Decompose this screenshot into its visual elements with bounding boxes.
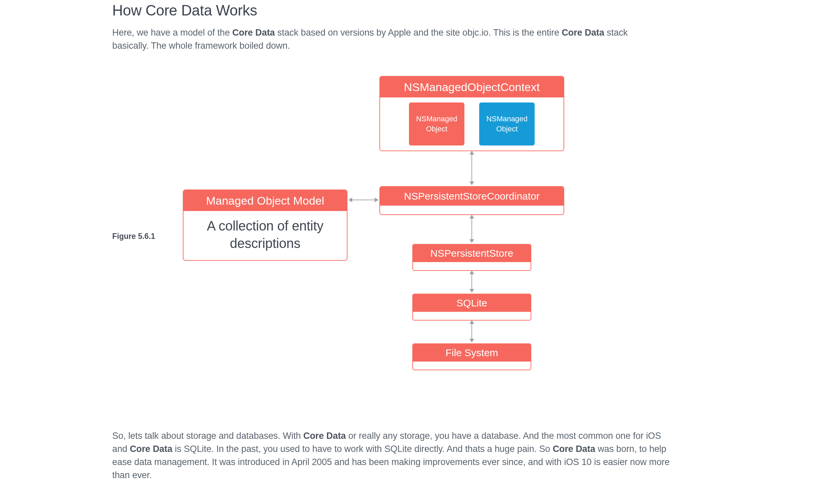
bold: Core Data — [130, 444, 172, 454]
box-header: NSPersistentStoreCoordinator — [380, 187, 564, 206]
text: descriptions — [230, 236, 300, 251]
box-body — [413, 362, 531, 370]
text: Here, we have a model of the — [112, 28, 232, 38]
box-coordinator: NSPersistentStoreCoordinator — [379, 186, 564, 215]
box-body: A collection of entity descriptions — [183, 211, 347, 260]
box-header: NSManagedObjectContext — [380, 77, 564, 97]
box-body: NSManaged Object NSManaged Object — [380, 97, 564, 151]
figure-label: Figure 5.6.1 — [112, 232, 155, 241]
core-data-stack-diagram: Figure 5.6.1 NSManagedObjectContext NSMa… — [112, 64, 684, 425]
outro-paragraph: So, lets talk about storage and database… — [112, 429, 677, 482]
box-managed-object-model: Managed Object Model A collection of ent… — [183, 190, 347, 261]
box-body — [380, 206, 564, 214]
text: A collection of entity — [207, 218, 324, 233]
text: NSManaged — [416, 114, 457, 124]
box-sqlite: SQLite — [412, 294, 531, 321]
text: is SQLite. In the past, you used to have… — [172, 444, 553, 454]
bold: Core Data — [232, 28, 275, 38]
box-header: NSPersistentStore — [413, 245, 531, 262]
box-header: SQLite — [413, 294, 531, 312]
arrow-coordinator-store — [471, 215, 472, 243]
intro-paragraph: Here, we have a model of the Core Data s… — [112, 26, 663, 52]
bold: Core Data — [562, 28, 604, 38]
box-file-system: File System — [412, 343, 531, 370]
inner-managed-object-blue: NSManaged Object — [479, 102, 535, 145]
text: So, lets talk about storage and database… — [112, 431, 303, 441]
bold: Core Data — [303, 431, 346, 441]
bold: Core Data — [553, 444, 595, 454]
arrow-sqlite-fs — [471, 321, 472, 342]
box-context: NSManagedObjectContext NSManaged Object … — [379, 76, 564, 151]
box-header: Managed Object Model — [183, 190, 347, 211]
box-body — [413, 262, 531, 270]
arrow-mom-coordinator — [349, 200, 378, 200]
box-body — [413, 312, 531, 320]
inner-managed-object-red: NSManaged Object — [409, 102, 464, 145]
box-persistent-store: NSPersistentStore — [412, 244, 531, 271]
text: stack based on versions by Apple and the… — [275, 28, 562, 38]
arrow-store-sqlite — [471, 271, 472, 292]
text: Object — [496, 124, 518, 134]
text: NSManaged — [486, 114, 527, 124]
box-header: File System — [413, 344, 531, 362]
arrow-context-coordinator — [471, 151, 472, 185]
text: Object — [426, 124, 448, 134]
section-heading: How Core Data Works — [112, 2, 663, 19]
